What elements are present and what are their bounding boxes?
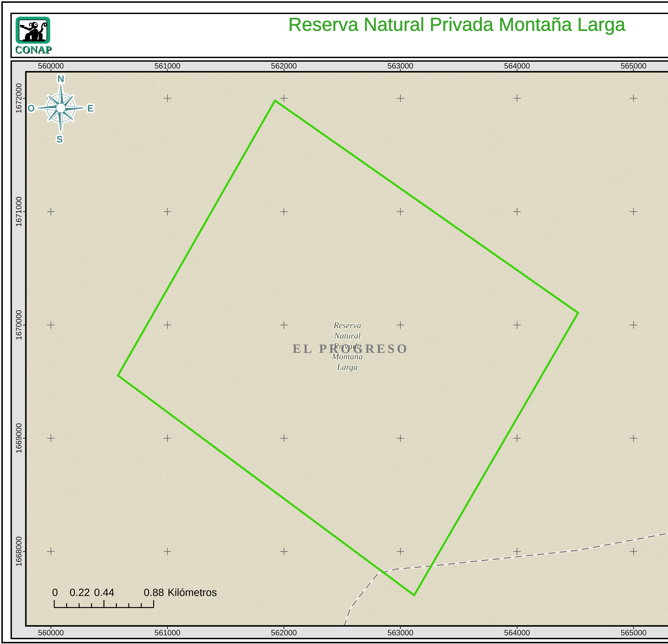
svg-text:563000: 563000 [388, 628, 413, 637]
svg-text:561000: 561000 [154, 628, 180, 637]
svg-text:564000: 564000 [504, 628, 530, 637]
svg-text:N: N [58, 74, 64, 84]
svg-text:E: E [87, 103, 94, 113]
svg-text:Natural: Natural [334, 331, 361, 340]
svg-text:563000: 563000 [388, 62, 413, 70]
svg-text:0.22: 0.22 [70, 586, 90, 598]
svg-text:564000: 564000 [504, 62, 530, 70]
svg-text:Reserva: Reserva [333, 320, 361, 330]
svg-text:1668000: 1668000 [14, 536, 23, 567]
svg-text:O: O [28, 103, 35, 113]
svg-text:Kilómetros: Kilómetros [168, 586, 217, 598]
svg-text:562000: 562000 [271, 62, 297, 70]
svg-text:CONAP: CONAP [16, 44, 51, 55]
svg-text:562000: 562000 [271, 628, 297, 637]
svg-text:561000: 561000 [154, 62, 180, 70]
svg-text:565000: 565000 [621, 628, 647, 637]
svg-text:565000: 565000 [621, 62, 647, 70]
svg-text:1671000: 1671000 [14, 197, 23, 227]
svg-text:560000: 560000 [38, 62, 64, 70]
svg-text:EL PROGRESO: EL PROGRESO [292, 342, 409, 356]
svg-text:0.44: 0.44 [94, 586, 115, 598]
svg-text:0.88: 0.88 [144, 586, 164, 598]
svg-text:Larga: Larga [337, 362, 358, 372]
svg-text:560000: 560000 [38, 628, 64, 637]
svg-text:0: 0 [52, 586, 58, 598]
svg-text:1669000: 1669000 [14, 423, 23, 453]
svg-text:1672000: 1672000 [14, 83, 23, 113]
svg-text:S: S [57, 134, 63, 144]
svg-text:1670000: 1670000 [14, 310, 23, 340]
